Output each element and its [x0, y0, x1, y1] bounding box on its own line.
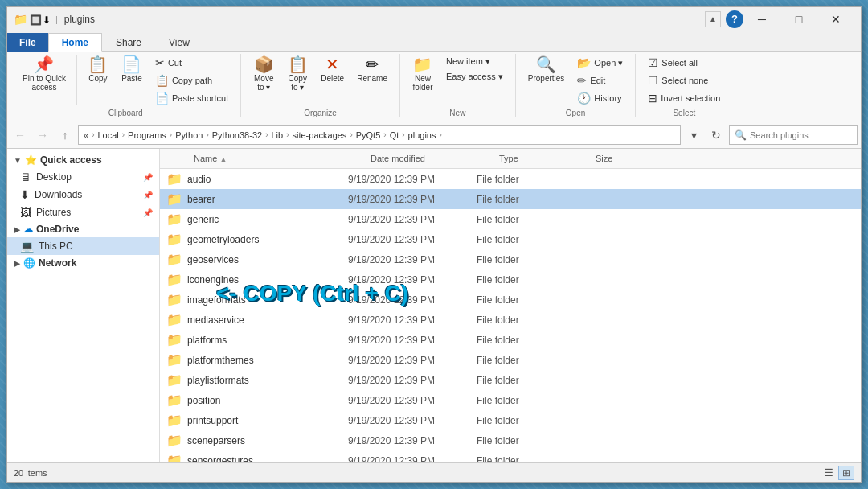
select-all-icon: ☑	[648, 56, 658, 69]
file-name: imageformats	[187, 294, 348, 306]
file-type: File folder	[477, 254, 573, 265]
file-date: 9/19/2020 12:39 PM	[348, 375, 477, 386]
quick-access-header[interactable]: ▼ ⭐ Quick access	[7, 152, 159, 168]
tab-home[interactable]: Home	[48, 33, 102, 52]
path-pyqt5[interactable]: PyQt5	[356, 130, 381, 140]
path-local[interactable]: Local	[97, 130, 118, 140]
new-item-button[interactable]: New item ▾	[440, 54, 509, 69]
col-header-date[interactable]: Date modified	[367, 152, 496, 165]
path-lib[interactable]: Lib	[271, 130, 283, 140]
col-date-label: Date modified	[371, 154, 425, 163]
path-python[interactable]: Python	[175, 130, 203, 140]
properties-button[interactable]: 🔍 Properties	[522, 54, 571, 85]
table-row[interactable]: 📁 geoservices 9/19/2020 12:39 PM File fo…	[160, 249, 861, 269]
file-date: 9/19/2020 12:39 PM	[348, 214, 477, 225]
sidebar-item-desktop[interactable]: 🖥 Desktop 📌	[7, 168, 159, 186]
chevron4: ›	[206, 130, 208, 139]
refresh-button[interactable]: ↻	[706, 125, 726, 145]
copy-path-button[interactable]: 📋 Copy path	[149, 72, 234, 89]
tab-view[interactable]: View	[155, 33, 203, 52]
paste-button[interactable]: 📄 Paste	[116, 54, 148, 85]
path-qt[interactable]: Qt	[390, 130, 399, 140]
desktop-pin: 📌	[143, 173, 153, 182]
col-header-type[interactable]: Type	[496, 152, 592, 165]
search-input[interactable]	[750, 130, 861, 140]
delete-button[interactable]: ✕ Delete	[315, 54, 350, 85]
file-date: 9/19/2020 12:39 PM	[348, 314, 477, 326]
invert-icon: ⊟	[648, 92, 657, 105]
table-row[interactable]: 📁 printsupport 9/19/2020 12:39 PM File f…	[160, 410, 861, 430]
details-view-button[interactable]: ☰	[821, 466, 837, 480]
table-row[interactable]: 📁 sensorgestures 9/19/2020 12:39 PM File…	[160, 450, 861, 462]
close-button[interactable]: ✕	[817, 7, 854, 31]
col-header-size[interactable]: Size	[592, 152, 657, 165]
open-group-label: Open	[566, 109, 585, 117]
network-label: Network	[39, 257, 76, 269]
up-button[interactable]: ↑	[55, 125, 75, 145]
network-header[interactable]: ▶ 🌐 Network	[7, 255, 159, 271]
title-small-icon1: 🔲	[30, 14, 39, 24]
forward-button[interactable]: →	[33, 125, 52, 145]
path-root[interactable]: «	[84, 130, 88, 140]
address-path[interactable]: « › Local › Programs › Python › Python38…	[78, 125, 681, 145]
sidebar-item-pictures[interactable]: 🖼 Pictures 📌	[7, 203, 159, 221]
table-row[interactable]: 📁 imageformats 9/19/2020 12:39 PM File f…	[160, 290, 861, 310]
file-type: File folder	[477, 455, 573, 463]
window-controls: ─ □ ✕	[743, 7, 854, 31]
back-button[interactable]: ←	[10, 125, 30, 145]
large-icons-view-button[interactable]: ⊞	[838, 466, 854, 480]
open-button[interactable]: 📂 Open ▾	[571, 54, 628, 72]
table-row[interactable]: 📁 sceneparsers 9/19/2020 12:39 PM File f…	[160, 430, 861, 450]
select-none-button[interactable]: ☐ Select none	[642, 72, 726, 89]
folder-icon: 📁	[166, 413, 182, 428]
copy-label: Copy	[88, 74, 107, 83]
onedrive-header[interactable]: ▶ ☁ OneDrive	[7, 221, 159, 237]
copy-to-button[interactable]: 📋 Copyto ▾	[281, 54, 313, 94]
network-arrow: ▶	[14, 259, 20, 268]
table-row[interactable]: 📁 bearer 9/19/2020 12:39 PM File folder	[160, 189, 861, 209]
path-programs[interactable]: Programs	[128, 130, 166, 140]
tab-file[interactable]: File	[7, 33, 48, 52]
copy-to-label: Copyto ▾	[289, 74, 307, 92]
file-name: printsupport	[187, 415, 348, 426]
table-row[interactable]: 📁 geometryloaders 9/19/2020 12:39 PM Fil…	[160, 229, 861, 249]
table-row[interactable]: 📁 platformthemes 9/19/2020 12:39 PM File…	[160, 350, 861, 370]
sidebar-item-thispc[interactable]: 💻 This PC	[7, 237, 159, 255]
paste-shortcut-button[interactable]: 📄 Paste shortcut	[149, 89, 234, 107]
table-row[interactable]: 📁 audio 9/19/2020 12:39 PM File folder	[160, 169, 861, 189]
table-row[interactable]: 📁 iconengines 9/19/2020 12:39 PM File fo…	[160, 269, 861, 290]
easy-access-button[interactable]: Easy access ▾	[440, 69, 509, 84]
pin-to-quick-access-button[interactable]: 📌 Pin to Quickaccess	[17, 54, 72, 94]
invert-selection-button[interactable]: ⊟ Invert selection	[642, 89, 726, 107]
sidebar-item-downloads[interactable]: ⬇ Downloads 📌	[7, 186, 159, 203]
edit-button[interactable]: ✏ Edit	[571, 72, 628, 89]
search-icon: 🔍	[735, 129, 747, 141]
table-row[interactable]: 📁 position 9/19/2020 12:39 PM File folde…	[160, 390, 861, 410]
path-sitepackages[interactable]: site-packages	[293, 130, 347, 140]
easy-access-label: Easy access ▾	[446, 72, 503, 82]
copy-button[interactable]: 📋 Copy	[82, 54, 114, 85]
tab-share[interactable]: Share	[102, 33, 155, 52]
move-to-button[interactable]: 📦 Moveto ▾	[248, 54, 280, 94]
col-header-name[interactable]: Name ▲	[190, 152, 367, 165]
rename-button[interactable]: ✏ Rename	[351, 54, 393, 85]
new-folder-button[interactable]: 📁 Newfolder	[407, 54, 439, 94]
path-plugins[interactable]: plugins	[408, 130, 436, 140]
sep1	[76, 55, 77, 105]
minimize-button[interactable]: ─	[743, 7, 780, 31]
table-row[interactable]: 📁 platforms 9/19/2020 12:39 PM File fold…	[160, 330, 861, 350]
ribbon-collapse-btn[interactable]: ▲	[705, 11, 721, 27]
file-type: File folder	[477, 234, 573, 245]
address-dropdown-button[interactable]: ▾	[684, 125, 703, 145]
table-row[interactable]: 📁 generic 9/19/2020 12:39 PM File folder	[160, 209, 861, 229]
path-python38[interactable]: Python38-32	[212, 130, 262, 140]
maximize-button[interactable]: □	[780, 7, 817, 31]
table-row[interactable]: 📁 mediaservice 9/19/2020 12:39 PM File f…	[160, 310, 861, 330]
cut-button[interactable]: ✂ Cut	[149, 54, 234, 72]
history-button[interactable]: 🕐 History	[571, 89, 628, 107]
history-icon: 🕐	[577, 92, 591, 105]
file-list[interactable]: 📁 audio 9/19/2020 12:39 PM File folder 📁…	[160, 169, 861, 462]
select-all-button[interactable]: ☑ Select all	[642, 54, 726, 72]
table-row[interactable]: 📁 playlistformats 9/19/2020 12:39 PM Fil…	[160, 370, 861, 390]
help-button[interactable]: ?	[726, 10, 743, 28]
